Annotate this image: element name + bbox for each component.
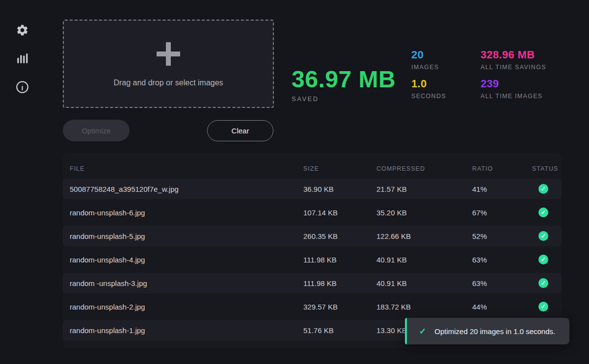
cell-status: ✓ — [532, 208, 555, 217]
header-file: FILE — [70, 165, 303, 172]
cell-status: ✓ — [532, 255, 555, 264]
cell-size: 329.57 KB — [303, 303, 376, 311]
cell-status: ✓ — [532, 231, 555, 241]
cell-file: random-unsplash-1.jpg — [70, 326, 303, 335]
cell-size: 107.14 KB — [303, 208, 376, 217]
gear-icon — [16, 24, 29, 37]
app-window: Drag and drop or select images 36.97 MB … — [0, 0, 589, 364]
cell-ratio: 52% — [472, 232, 532, 240]
check-icon: ✓ — [538, 255, 548, 264]
header-status: STATUS — [532, 165, 555, 172]
cell-file: random -unsplash-3.jpg — [70, 279, 303, 287]
cell-size: 51.76 KB — [303, 326, 376, 335]
stat-alltime-savings-value: 328.96 MB — [481, 49, 546, 61]
cell-compressed: 21.57 KB — [376, 185, 472, 193]
stat-seconds-value: 1.0 — [411, 78, 446, 90]
optimize-button[interactable]: Optimize — [63, 120, 130, 141]
table-row: random-unsplash-4.jpg 111.98 KB 40.91 KB… — [63, 249, 562, 270]
saved-label: SAVED — [292, 95, 396, 103]
cell-compressed: 40.91 KB — [376, 279, 472, 287]
cell-file: random-unsplash-4.jpg — [70, 256, 303, 264]
table-row: random -unsplash-3.jpg 111.98 KB 40.91 K… — [63, 273, 562, 293]
check-icon: ✓ — [538, 184, 548, 194]
cell-status: ✓ — [532, 278, 555, 288]
info-button[interactable] — [14, 78, 30, 95]
toast: ✓ Optimized 20 images in 1.0 seconds. — [405, 318, 569, 344]
stat-alltime-images-value: 239 — [481, 78, 546, 90]
table-header: FILE SIZE COMPRESSED RATIO STATUS — [63, 159, 562, 179]
toast-message: Optimized 20 images in 1.0 seconds. — [434, 327, 555, 336]
header-compressed: COMPRESSED — [376, 165, 472, 172]
stats-alltime: 328.96 MB ALL TIME SAVINGS 239 ALL TIME … — [481, 49, 546, 106]
clear-button[interactable]: Clear — [207, 120, 273, 141]
table-row: random-unsplash-5.jpg 260.35 KB 122.66 K… — [63, 226, 562, 246]
saved-value: 36.97 MB — [292, 68, 396, 91]
cell-ratio: 67% — [472, 208, 532, 217]
info-icon — [16, 80, 29, 94]
cell-ratio: 44% — [472, 303, 532, 311]
stats-button[interactable] — [14, 50, 30, 67]
cell-compressed: 35.20 KB — [376, 208, 472, 217]
cell-compressed: 40.91 KB — [376, 256, 472, 264]
cell-file: random-unsplash-2.jpg — [70, 303, 303, 311]
stat-seconds: 1.0 SECONDS — [411, 78, 446, 100]
table-row: random-unsplash-2.jpg 329.57 KB 183.72 K… — [63, 296, 562, 317]
cell-size: 260.35 KB — [303, 232, 376, 240]
toast-check-icon: ✓ — [419, 326, 426, 337]
stat-seconds-label: SECONDS — [411, 93, 446, 100]
plus-icon — [157, 42, 180, 66]
table-row: 50087758248_a395120f7e_w.jpg 36.90 KB 21… — [63, 179, 562, 199]
dropzone[interactable]: Drag and drop or select images — [63, 20, 274, 108]
cell-status: ✓ — [532, 184, 555, 194]
stat-alltime-savings: 328.96 MB ALL TIME SAVINGS — [481, 49, 546, 71]
cell-size: 111.98 KB — [303, 256, 376, 264]
table-body: 50087758248_a395120f7e_w.jpg 36.90 KB 21… — [63, 179, 562, 340]
stat-images-value: 20 — [411, 49, 446, 61]
cell-ratio: 63% — [472, 279, 532, 287]
sidebar — [0, 0, 44, 364]
bar-chart-icon — [16, 52, 28, 65]
cell-compressed: 183.72 KB — [376, 303, 472, 311]
settings-button[interactable] — [14, 22, 30, 38]
table-row: random-unsplash-6.jpg 107.14 KB 35.20 KB… — [63, 202, 562, 223]
cell-ratio: 63% — [472, 256, 532, 264]
stat-images: 20 IMAGES — [411, 49, 446, 71]
header-ratio: RATIO — [472, 165, 532, 172]
cell-file: random-unsplash-5.jpg — [70, 232, 303, 240]
cell-compressed: 122.66 KB — [376, 232, 472, 240]
check-icon: ✓ — [538, 208, 548, 217]
stat-alltime-images: 239 ALL TIME IMAGES — [481, 78, 546, 100]
cell-ratio: 41% — [472, 185, 532, 193]
stat-images-label: IMAGES — [411, 64, 446, 71]
check-icon: ✓ — [538, 278, 548, 288]
check-icon: ✓ — [538, 231, 548, 241]
cell-size: 111.98 KB — [303, 279, 376, 287]
cell-size: 36.90 KB — [303, 185, 376, 193]
check-icon: ✓ — [538, 302, 548, 312]
cell-file: 50087758248_a395120f7e_w.jpg — [70, 185, 303, 193]
stat-alltime-savings-label: ALL TIME SAVINGS — [481, 64, 546, 71]
header-size: SIZE — [303, 165, 376, 172]
saved-summary: 36.97 MB SAVED — [292, 68, 396, 103]
dropzone-label: Drag and drop or select images — [113, 78, 223, 87]
cell-file: random-unsplash-6.jpg — [70, 208, 303, 217]
cell-status: ✓ — [532, 302, 555, 312]
stats-session: 20 IMAGES 1.0 SECONDS — [411, 49, 446, 106]
stat-alltime-images-label: ALL TIME IMAGES — [481, 93, 546, 100]
